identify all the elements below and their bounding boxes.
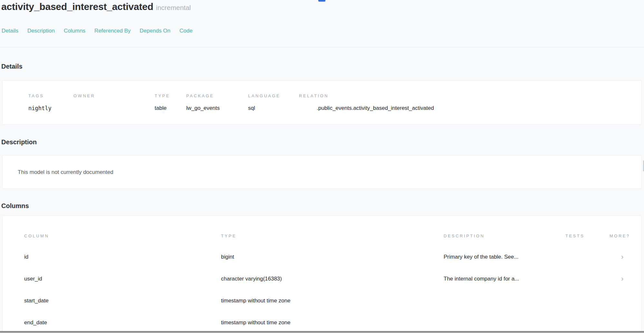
details-card: TAGS nightly OWNER TYPE table PACKAGE lw…	[2, 80, 642, 125]
chevron-right-icon[interactable]: ›	[621, 275, 623, 283]
description-header: DESCRIPTION	[444, 216, 565, 246]
table-row-id[interactable]: id bigint Primary key of the table. See.…	[3, 246, 641, 268]
description-card: This model is not currently documented	[2, 155, 642, 189]
tab-depends-on[interactable]: Depends On	[140, 27, 170, 34]
columns-section-heading: Columns	[1, 202, 644, 210]
language-value: sql	[248, 105, 299, 111]
type-header: TYPE	[221, 216, 444, 246]
column-header: COLUMN	[3, 216, 221, 246]
cut-off-blue-element	[318, 0, 325, 2]
column-description	[444, 312, 565, 332]
column-name: user_id	[3, 268, 221, 290]
package-label: PACKAGE	[186, 93, 248, 99]
type-value: table	[155, 105, 186, 111]
type-label: TYPE	[155, 93, 186, 99]
column-description	[444, 290, 565, 312]
relation-value: .public_events.activity_based_interest_a…	[299, 105, 641, 111]
tab-details[interactable]: Details	[2, 27, 18, 34]
detail-field-relation: RELATION .public_events.activity_based_i…	[299, 93, 641, 124]
column-type: bigint	[221, 246, 444, 268]
detail-field-package: PACKAGE lw_go_events	[186, 93, 248, 124]
language-label: LANGUAGE	[248, 93, 299, 99]
tab-description[interactable]: Description	[27, 27, 55, 34]
tests-header: TESTS	[565, 216, 610, 246]
relation-label: RELATION	[299, 93, 641, 99]
table-row-end-date[interactable]: end_date timestamp without time zone	[3, 312, 641, 332]
detail-field-language: LANGUAGE sql	[248, 93, 299, 124]
column-tests	[565, 268, 610, 290]
header-divider	[0, 47, 644, 47]
materialization-badge: incremental	[156, 4, 191, 11]
column-type: character varying(16383)	[221, 268, 444, 290]
table-row-start-date[interactable]: start_date timestamp without time zone	[3, 290, 641, 312]
section-nav: Details Description Columns Referenced B…	[0, 27, 644, 34]
columns-card: COLUMN TYPE DESCRIPTION TESTS MORE? id b…	[2, 215, 642, 332]
chevron-right-icon[interactable]: ›	[621, 253, 623, 261]
detail-field-type: TYPE table	[155, 93, 186, 124]
detail-field-tags: TAGS nightly	[28, 93, 73, 124]
description-section-heading: Description	[1, 138, 644, 146]
tag-nightly[interactable]: nightly	[28, 105, 73, 111]
column-tests	[565, 290, 610, 312]
column-type: timestamp without time zone	[221, 312, 444, 332]
description-text: This model is not currently documented	[18, 169, 641, 176]
tab-columns[interactable]: Columns	[64, 27, 85, 34]
tags-label: TAGS	[28, 93, 73, 99]
column-tests	[565, 312, 610, 332]
detail-field-owner: OWNER	[73, 93, 155, 124]
column-description: Primary key of the table. See...	[444, 246, 565, 268]
tab-referenced-by[interactable]: Referenced By	[94, 27, 130, 34]
more-header: MORE?	[610, 216, 641, 246]
package-value: lw_go_events	[186, 105, 248, 111]
bottom-cut-element	[0, 331, 644, 333]
column-name: id	[3, 246, 221, 268]
columns-table: COLUMN TYPE DESCRIPTION TESTS MORE? id b…	[3, 216, 641, 332]
details-section-heading: Details	[1, 62, 644, 70]
column-name: end_date	[3, 312, 221, 332]
columns-table-header-row: COLUMN TYPE DESCRIPTION TESTS MORE?	[3, 216, 641, 246]
tab-code[interactable]: Code	[179, 27, 193, 34]
column-name: start_date	[3, 290, 221, 312]
column-description: The internal company id for a...	[444, 268, 565, 290]
column-tests	[565, 246, 610, 268]
column-type: timestamp without time zone	[221, 290, 444, 312]
table-row-user-id[interactable]: user_id character varying(16383) The int…	[3, 268, 641, 290]
page-title: activity_based_interest_activatedincreme…	[0, 0, 644, 14]
model-name: activity_based_interest_activated	[1, 1, 153, 12]
owner-label: OWNER	[73, 93, 155, 99]
